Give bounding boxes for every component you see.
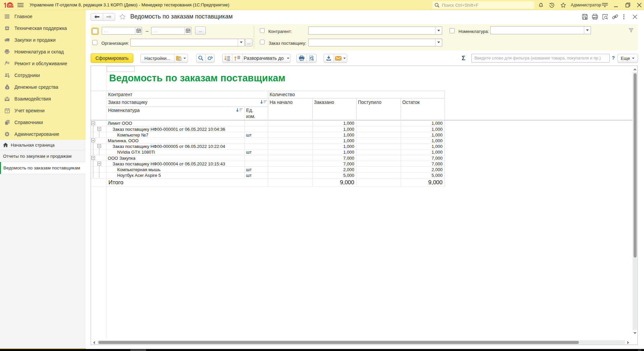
tree-collapse-icon[interactable] <box>91 139 95 142</box>
column-header: Контрагент <box>108 92 132 97</box>
row-value: 1,000 <box>314 132 354 138</box>
row-value: 7,000 <box>402 156 443 161</box>
column-header: Количество <box>270 92 295 97</box>
scroll-down-icon[interactable] <box>633 332 637 334</box>
row-label[interactable]: NVidia GTX 1080Ti <box>117 150 155 155</box>
row-value: 1,000 <box>402 150 443 155</box>
tree-line <box>99 131 99 138</box>
row-label[interactable]: Компьютер №7 <box>117 132 148 138</box>
tree-line <box>99 148 99 155</box>
tree-collapse-icon[interactable] <box>91 121 95 125</box>
column-header: Ед. изм. <box>246 108 260 119</box>
sort-icon[interactable] <box>260 100 267 104</box>
application-window: Управление IT-отделом 8, редакция 3.1 КО… <box>0 0 644 351</box>
row-value: 1,000 <box>402 138 443 143</box>
column-header: Заказано <box>314 100 334 105</box>
row-label[interactable]: Заказ поставщику НФ00-000004 от 06.05.20… <box>112 161 225 166</box>
grid-line <box>106 107 268 107</box>
row-value: 7,000 <box>402 161 443 166</box>
tree-collapse-icon[interactable] <box>97 162 101 165</box>
grid-line <box>401 120 401 187</box>
grid-line <box>91 120 633 120</box>
grid-line <box>401 98 401 120</box>
grid-line <box>268 91 268 120</box>
row-value: 1,000 <box>402 132 443 138</box>
tree-line <box>93 142 93 155</box>
grid-line <box>356 98 357 120</box>
tree-collapse-icon[interactable] <box>91 156 95 160</box>
row-label[interactable]: Компьютерная мышь <box>117 167 160 172</box>
sort-icon[interactable] <box>236 108 243 112</box>
scroll-up-icon[interactable] <box>633 68 637 70</box>
grid-line <box>356 120 357 187</box>
grid-line <box>312 98 313 120</box>
taskbar-item <box>638 349 641 351</box>
scroll-right-icon[interactable] <box>627 341 629 344</box>
grid-line <box>312 120 313 187</box>
row-value: 1,000 <box>314 150 354 155</box>
total-value: 9,000 <box>402 179 443 186</box>
row-unit: шт <box>246 150 252 155</box>
selected-cell[interactable] <box>107 66 135 72</box>
row-value: 1,000 <box>314 144 354 149</box>
taskbar-item <box>130 349 146 351</box>
row-value: 5,000 <box>314 173 354 178</box>
row-value: 5,000 <box>402 173 443 178</box>
row-unit: шт <box>246 132 252 138</box>
row-unit: шт <box>246 173 252 178</box>
row-value: 7,000 <box>314 161 354 166</box>
grid-line <box>268 120 268 187</box>
tree-line <box>99 165 99 178</box>
tree-line <box>93 160 93 178</box>
column-header: Заказ поставщику <box>108 100 147 105</box>
row-value: 1,000 <box>314 121 354 126</box>
grid-line <box>244 107 245 178</box>
grid-line <box>106 98 445 99</box>
tree-line <box>93 125 93 138</box>
report-spreadsheet: Ведомость по заказам поставщикамКонтраге… <box>0 0 644 351</box>
column-header: Номенклатура <box>108 108 140 113</box>
horizontal-scroll-thumb[interactable] <box>98 341 579 344</box>
row-value: 1,000 <box>314 127 354 132</box>
row-value: 1,000 <box>402 121 443 126</box>
grid-line <box>91 187 445 187</box>
row-label[interactable]: Заказ поставщику НФ00-000005 от 06.05.20… <box>112 144 225 149</box>
column-header: Поступило <box>358 100 381 105</box>
row-label[interactable]: ООО Закупка <box>108 156 135 161</box>
column-header: Остаток <box>402 100 420 105</box>
grid-line <box>445 91 445 187</box>
row-label[interactable]: Заказ поставщику НФ00-000001 от 06.05.20… <box>112 127 225 132</box>
row-label[interactable]: Лимит ООО <box>108 121 132 126</box>
row-value: 1,000 <box>402 144 443 149</box>
scroll-left-icon[interactable] <box>93 341 95 344</box>
row-value: 2,000 <box>314 167 354 172</box>
row-label[interactable]: Малинка, ООО <box>108 138 139 143</box>
tree-collapse-icon[interactable] <box>97 144 101 148</box>
row-value: 1,000 <box>402 127 443 132</box>
taskbar <box>0 349 644 351</box>
row-unit: шт <box>246 167 252 172</box>
column-header: На начало <box>270 100 292 105</box>
row-value: 7,000 <box>314 156 354 161</box>
row-value: 1,000 <box>314 138 354 143</box>
row-value: 2,000 <box>402 167 443 172</box>
total-value: 9,000 <box>314 179 354 186</box>
vertical-scroll-thumb[interactable] <box>634 73 637 258</box>
row-label[interactable]: Ноутбук Acer Aspire 5 <box>117 173 161 178</box>
tree-collapse-icon[interactable] <box>97 127 101 131</box>
report-title: Ведомость по заказам поставщикам <box>109 73 285 84</box>
total-label: Итого <box>108 179 124 186</box>
